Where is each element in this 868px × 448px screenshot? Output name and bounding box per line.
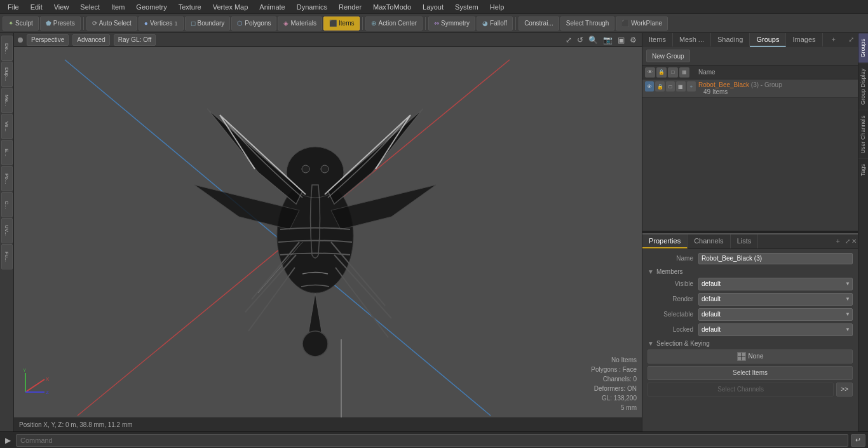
prop-tabs: Properties Channels Lists + ⤢ ✕ [642, 234, 858, 249]
prop-render-label: Render [648, 295, 698, 302]
new-group-button[interactable]: New Group [646, 50, 690, 62]
prop-locked-select[interactable]: default [698, 323, 853, 336]
materials-button[interactable]: ◈ Materials [278, 17, 322, 31]
presets-button[interactable]: ⬟ Presets [40, 17, 81, 31]
more-button[interactable]: >> [836, 383, 853, 397]
panel-expand-button[interactable]: ⤢ [844, 33, 858, 47]
sidebar-tab-e[interactable]: E... [1, 140, 13, 165]
workplane-button[interactable]: ⬛ WorkPlane [616, 17, 668, 31]
vtab-user-channels[interactable]: User Channels [858, 110, 868, 159]
vtab-groups[interactable]: Groups [858, 33, 868, 63]
move-icon[interactable]: ⤢ [564, 34, 573, 46]
boundary-button[interactable]: ◻ Boundary [185, 17, 231, 31]
menu-texture[interactable]: Texture [173, 2, 207, 12]
constrai-button[interactable]: Constrai... [519, 17, 559, 31]
prop-tab-channels[interactable]: Channels [688, 234, 730, 248]
cmd-enter-button[interactable]: ↵ [851, 434, 865, 447]
tab-groups[interactable]: Groups [750, 33, 786, 47]
tab-mesh[interactable]: Mesh ... [673, 33, 711, 47]
menu-dynamics[interactable]: Dynamics [292, 2, 332, 12]
sidebar-tab-de[interactable]: De... [1, 36, 13, 61]
camera-icon[interactable]: 📷 [602, 34, 614, 46]
group-render-icon[interactable]: □ [666, 81, 675, 92]
svg-line-15 [25, 379, 44, 392]
menu-system[interactable]: System [450, 2, 484, 12]
right-panel: Items Mesh ... Shading Groups Images + ⤢… [642, 33, 858, 431]
group-list-item[interactable]: 👁 🔒 □ ▦ + Robot_Bee_Black (3) - Group 49… [642, 79, 858, 98]
prop-render-select[interactable]: default [698, 293, 853, 306]
viewport[interactable]: X Y Z No Items Polygons : Face Channels:… [14, 47, 642, 417]
prop-tab-properties[interactable]: Properties [642, 234, 688, 248]
bee-model [156, 58, 474, 376]
items-button[interactable]: ⬛ Items [323, 17, 360, 31]
action-center-button[interactable]: ⊕ Action Center [365, 17, 423, 31]
prop-name-input[interactable] [698, 253, 853, 264]
col-icons: 👁 🔒 □ ▦ [645, 67, 696, 78]
sidebar-tab-fu[interactable]: Fu... [1, 244, 13, 269]
settings-icon[interactable]: ⚙ [628, 34, 638, 46]
presets-icon: ⬟ [46, 20, 51, 27]
menu-edit[interactable]: Edit [25, 2, 48, 12]
vtab-group-display[interactable]: Group Display [858, 63, 868, 110]
menu-layout[interactable]: Layout [417, 2, 449, 12]
tab-images[interactable]: Images [786, 33, 822, 47]
search-icon[interactable]: 🔍 [587, 34, 599, 46]
prop-visible-select[interactable]: default [698, 278, 853, 290]
sel-keying-arrow[interactable]: ▼ [648, 340, 654, 347]
refresh-icon[interactable]: ↺ [576, 34, 585, 46]
prop-name-label: Name [648, 255, 698, 262]
group-item-suffix: (3) - Group [751, 81, 782, 88]
ray-gl-button[interactable]: Ray GL: Off [114, 34, 156, 46]
command-input[interactable] [16, 434, 848, 447]
polygons-icon: ⬡ [237, 20, 243, 27]
menu-render[interactable]: Render [334, 2, 367, 12]
sculpt-button[interactable]: ✦ Sculpt [3, 17, 39, 31]
sidebar-tab-c[interactable]: C... [1, 192, 13, 217]
prop-close-icon[interactable]: ✕ [851, 238, 857, 245]
falloff-button[interactable]: ◕ Falloff [477, 17, 513, 31]
sidebar-tab-me[interactable]: Me... [1, 88, 13, 113]
menu-select[interactable]: Select [75, 2, 105, 12]
col-render-icon: □ [668, 67, 678, 78]
group-item-name: Robot_Bee_Black (3) - Group 49 Items [696, 81, 855, 95]
members-arrow[interactable]: ▼ [648, 268, 654, 275]
none-button[interactable]: None [648, 350, 853, 363]
group-lock-icon[interactable]: 🔒 [655, 81, 664, 92]
auto-select-button[interactable]: ⟳ Auto Select [86, 17, 137, 31]
sidebar-tab-ve[interactable]: Ve... [1, 114, 13, 139]
menu-geometry[interactable]: Geometry [131, 2, 172, 12]
tab-add-button[interactable]: + [828, 33, 839, 47]
sidebar-tab-dup[interactable]: Dup... [1, 62, 13, 87]
select-items-button[interactable]: Select Items [648, 366, 853, 380]
sidebar-tab-po[interactable]: Po... [1, 166, 13, 191]
perspective-button[interactable]: Perspective [27, 34, 69, 46]
prop-selectable-label: Selectable [648, 311, 698, 318]
menu-animate[interactable]: Animate [254, 2, 290, 12]
group-eye-icon[interactable]: 👁 [645, 81, 654, 92]
menu-maxtomodo[interactable]: MaxToModo [368, 2, 416, 12]
vertices-button[interactable]: ● Vertices 1 [139, 17, 184, 31]
prop-tab-add[interactable]: + [832, 234, 844, 248]
render-icon[interactable]: ▣ [616, 34, 626, 46]
tab-shading[interactable]: Shading [711, 33, 750, 47]
prop-render-row: Render default [642, 292, 858, 307]
sculpt-icon: ✦ [8, 20, 13, 27]
menu-item[interactable]: Item [106, 2, 130, 12]
svg-point-14 [302, 331, 328, 356]
symmetry-button[interactable]: ⇔ Symmetry [428, 17, 475, 31]
prop-tab-lists[interactable]: Lists [731, 234, 759, 248]
menu-help[interactable]: Help [485, 2, 510, 12]
polygons-button[interactable]: ⬡ Polygons [231, 17, 276, 31]
group-plus-icon[interactable]: + [687, 81, 696, 92]
group-mesh-icon[interactable]: ▦ [676, 81, 685, 92]
sidebar-tab-uv[interactable]: UV... [1, 218, 13, 243]
menu-vertex-map[interactable]: Vertex Map [208, 2, 254, 12]
advanced-button[interactable]: Advanced [72, 34, 109, 46]
vtab-tags[interactable]: Tags [858, 158, 868, 181]
prop-expand-icon[interactable]: ⤢ [845, 238, 850, 245]
select-through-button[interactable]: Select Through [560, 17, 615, 31]
menu-file[interactable]: File [3, 2, 24, 12]
tab-items[interactable]: Items [642, 33, 673, 47]
prop-selectable-select[interactable]: default [698, 308, 853, 321]
menu-view[interactable]: View [49, 2, 74, 12]
